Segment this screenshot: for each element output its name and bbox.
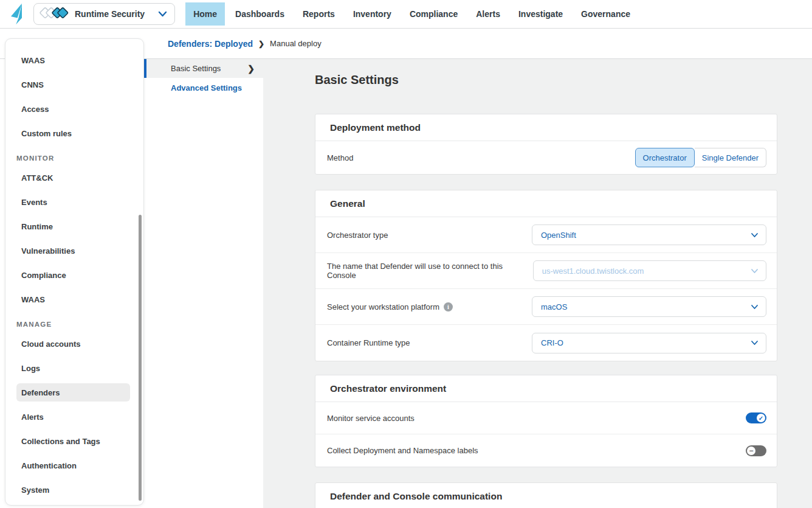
orchestrator-type-value: OpenShift xyxy=(541,231,576,240)
chevron-down-icon xyxy=(751,266,759,276)
defender-console-communication-card-title: Defender and Console communication xyxy=(315,483,777,508)
sidebar-item-waas[interactable]: WAAS xyxy=(16,48,130,72)
sidebar-item-attack[interactable]: ATT&CK xyxy=(16,165,130,190)
method-option-orchestrator[interactable]: Orchestrator xyxy=(635,148,695,167)
general-card: General Orchestrator type OpenShift The … xyxy=(315,190,777,361)
sidebar-item-runtime[interactable]: Runtime xyxy=(16,214,130,238)
console-name-select: us-west1.cloud.twistlock.com xyxy=(533,260,766,281)
orchestrator-environment-card: Orchestrator environment Monitor service… xyxy=(315,375,777,467)
method-row: Method Orchestrator Single Defender xyxy=(315,141,777,174)
sidebar-scrollbar[interactable] xyxy=(139,215,142,501)
nav-tab-alerts[interactable]: Alerts xyxy=(468,2,508,26)
breadcrumb-link-defenders-deployed[interactable]: Defenders: Deployed xyxy=(168,39,253,49)
nav-tab-investigate[interactable]: Investigate xyxy=(511,2,571,26)
nav-tab-reports[interactable]: Reports xyxy=(295,2,343,26)
nav-tab-dashboards[interactable]: Dashboards xyxy=(227,2,292,26)
chevron-down-icon xyxy=(158,9,167,19)
orchestrator-type-row: Orchestrator type OpenShift xyxy=(315,217,777,253)
monitor-service-accounts-row: Monitor service accounts ✓ xyxy=(315,402,777,434)
chevron-right-icon: ❯ xyxy=(247,64,255,74)
monitor-service-accounts-toggle[interactable]: ✓ xyxy=(746,412,766,423)
container-runtime-value: CRI-O xyxy=(541,338,563,347)
sidebar-section-manage: MANAGE xyxy=(5,311,143,332)
container-runtime-select[interactable]: CRI-O xyxy=(532,333,766,353)
sidebar-item-access[interactable]: Access xyxy=(16,97,130,121)
collect-labels-row: Collect Deployment and Namespace labels … xyxy=(315,434,777,467)
subnav-advanced-settings-label: Advanced Settings xyxy=(171,83,242,92)
workstation-platform-value: macOS xyxy=(541,302,567,311)
subnav-basic-settings-label: Basic Settings xyxy=(171,64,221,73)
sidebar-section-monitor: MONITOR xyxy=(5,145,143,165)
nav-tab-governance[interactable]: Governance xyxy=(573,2,638,26)
console-name-value: us-west1.cloud.twistlock.com xyxy=(542,266,644,276)
minus-icon: − xyxy=(747,447,755,455)
workstation-platform-label: Select your workstation platform i xyxy=(327,302,453,311)
collect-labels-toggle[interactable]: − xyxy=(746,445,766,456)
product-selector-label: Runtime Security xyxy=(75,9,145,19)
settings-subnav: Basic Settings ❯ Advanced Settings xyxy=(144,59,263,508)
chevron-right-icon: ❯ xyxy=(258,40,264,48)
prisma-cloud-logo-icon xyxy=(8,2,26,26)
product-selector-dropdown[interactable]: Runtime Security xyxy=(33,3,175,25)
workstation-platform-label-text: Select your workstation platform xyxy=(327,302,439,311)
nav-tab-compliance[interactable]: Compliance xyxy=(402,2,466,26)
sidebar-item-compliance[interactable]: Compliance xyxy=(16,263,130,287)
deployment-method-card-title: Deployment method xyxy=(315,114,777,141)
sidebar-item-waas-monitor[interactable]: WAAS xyxy=(16,287,130,311)
sidebar-item-cnns[interactable]: CNNS xyxy=(16,72,130,97)
sidebar-item-alerts[interactable]: Alerts xyxy=(16,405,130,429)
nav-tab-home[interactable]: Home xyxy=(185,2,225,26)
page-title: Basic Settings xyxy=(315,71,812,88)
sidebar-item-events[interactable]: Events xyxy=(16,190,130,214)
method-label: Method xyxy=(327,153,353,162)
sidebar-item-defenders[interactable]: Defenders xyxy=(16,383,130,402)
deployment-method-card: Deployment method Method Orchestrator Si… xyxy=(315,114,777,175)
monitor-service-accounts-label: Monitor service accounts xyxy=(327,414,415,423)
collect-labels-label: Collect Deployment and Namespace labels xyxy=(327,446,478,455)
sidebar-item-vulnerabilities[interactable]: Vulnerabilities xyxy=(16,238,130,263)
left-sidebar: WAAS CNNS Access Custom rules MONITOR AT… xyxy=(5,38,144,506)
subnav-item-basic-settings[interactable]: Basic Settings ❯ xyxy=(144,59,263,78)
defender-console-communication-card: Defender and Console communication xyxy=(315,482,777,508)
method-option-single-defender[interactable]: Single Defender xyxy=(695,148,766,167)
sidebar-item-cloud-accounts[interactable]: Cloud accounts xyxy=(16,332,130,356)
console-name-label: The name that Defender will use to conne… xyxy=(327,262,533,280)
sidebar-item-collections-and-tags[interactable]: Collections and Tags xyxy=(16,429,130,453)
console-name-row: The name that Defender will use to conne… xyxy=(315,253,777,289)
sidebar-item-authentication[interactable]: Authentication xyxy=(16,453,130,478)
method-segmented-control: Orchestrator Single Defender xyxy=(635,148,766,167)
top-bar: Runtime Security Home Dashboards Reports… xyxy=(0,0,812,29)
check-icon: ✓ xyxy=(757,414,765,422)
main-content: Basic Settings Deployment method Method … xyxy=(263,59,812,508)
sidebar-item-system[interactable]: System xyxy=(16,478,130,502)
chevron-down-icon xyxy=(751,338,759,347)
workstation-platform-row: Select your workstation platform i macOS xyxy=(315,289,777,325)
orchestrator-type-label: Orchestrator type xyxy=(327,231,388,240)
runtime-security-diamonds-icon xyxy=(39,6,71,22)
breadcrumb-current: Manual deploy xyxy=(270,39,322,48)
subnav-item-advanced-settings[interactable]: Advanced Settings xyxy=(144,78,263,97)
general-card-title: General xyxy=(315,190,777,217)
container-runtime-row: Container Runtime type CRI-O xyxy=(315,325,777,361)
sidebar-item-logs[interactable]: Logs xyxy=(16,356,130,380)
info-icon[interactable]: i xyxy=(444,302,453,311)
sidebar-item-custom-rules[interactable]: Custom rules xyxy=(16,121,130,145)
chevron-down-icon xyxy=(751,302,759,311)
chevron-down-icon xyxy=(751,231,759,240)
orchestrator-environment-card-title: Orchestrator environment xyxy=(315,375,777,402)
orchestrator-type-select[interactable]: OpenShift xyxy=(532,224,766,245)
workstation-platform-select[interactable]: macOS xyxy=(532,296,766,317)
nav-tab-inventory[interactable]: Inventory xyxy=(345,2,399,26)
container-runtime-label: Container Runtime type xyxy=(327,338,410,347)
top-navigation: Home Dashboards Reports Inventory Compli… xyxy=(185,0,641,28)
